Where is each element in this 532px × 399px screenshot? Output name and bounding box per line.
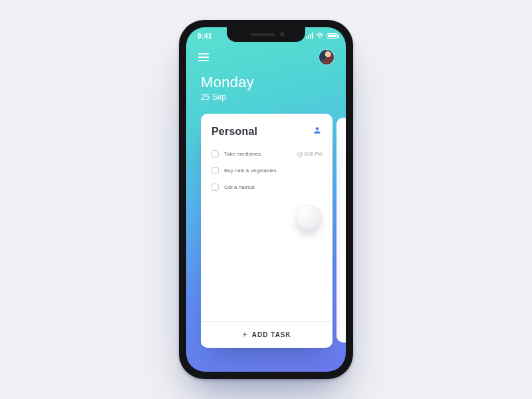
signal-icon xyxy=(306,33,313,39)
clock-icon xyxy=(297,152,303,157)
wifi-icon xyxy=(316,33,324,39)
status-bar: 9:41 xyxy=(186,27,346,46)
app-screen: 9:41 Monday 25 Sep Personal xyxy=(186,27,346,372)
card-carousel[interactable]: Personal Take medicines 8:00 PM xyxy=(186,114,346,352)
status-time: 9:41 xyxy=(198,33,212,40)
day-date: 25 Sep xyxy=(201,92,331,102)
task-row[interactable]: Buy milk & vegetables xyxy=(211,162,322,179)
plus-icon: + xyxy=(242,330,248,338)
day-name: Monday xyxy=(201,74,331,91)
task-due: 8:00 PM xyxy=(297,152,322,157)
task-label: Take medicines xyxy=(224,151,292,157)
checkbox[interactable] xyxy=(211,184,219,191)
menu-button[interactable] xyxy=(198,53,211,62)
checkbox[interactable] xyxy=(211,167,219,174)
next-card-peek[interactable] xyxy=(336,118,346,342)
task-row[interactable]: Get a haircut xyxy=(211,179,322,196)
task-due-time: 8:00 PM xyxy=(305,152,322,156)
phone-frame: 9:41 Monday 25 Sep Personal xyxy=(179,20,353,379)
task-list: Take medicines 8:00 PM Buy milk & vegeta… xyxy=(201,143,332,321)
task-label: Get a haircut xyxy=(224,184,322,190)
floating-action-button[interactable] xyxy=(295,204,322,231)
battery-icon xyxy=(327,33,338,39)
date-heading: Monday 25 Sep xyxy=(186,65,346,102)
task-row[interactable]: Take medicines 8:00 PM xyxy=(211,146,322,162)
card-header: Personal xyxy=(201,114,332,143)
app-header xyxy=(186,46,346,65)
add-task-label: ADD TASK xyxy=(252,331,291,338)
checkbox[interactable] xyxy=(211,150,219,158)
card-title: Personal xyxy=(211,126,257,138)
avatar[interactable] xyxy=(319,50,334,65)
status-indicators xyxy=(306,33,338,39)
add-task-button[interactable]: + ADD TASK xyxy=(201,321,332,348)
task-list-card: Personal Take medicines 8:00 PM xyxy=(201,114,332,348)
task-label: Buy milk & vegetables xyxy=(224,168,322,174)
person-icon xyxy=(313,126,322,138)
